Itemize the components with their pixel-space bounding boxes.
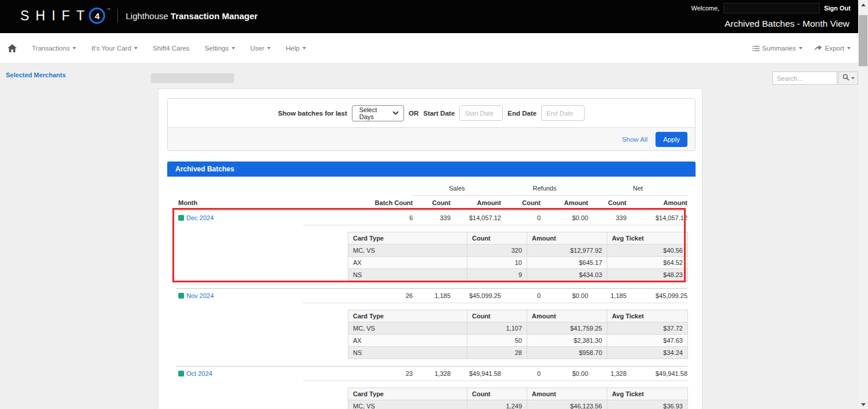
card-type-row: MC, VS 1,249 $46,123.56 $36.93 [348,400,688,409]
month-row-dec-2024: Dec 2024 6 339 $14,057.12 0 $0.00 339 $1… [176,211,687,225]
net-amount-value: $49,941.58 [626,367,687,381]
end-date-label: End Date [507,110,536,117]
column-header-row: Month Batch Count Count Amount Count Amo… [176,196,687,211]
search-input[interactable] [772,71,837,85]
col-refunds-amount: Amount [541,196,588,211]
home-icon[interactable] [8,44,17,52]
topbar: SHIFT 4 ™ Lighthouse Transaction Manager… [0,0,868,33]
or-label: OR [409,110,419,117]
apply-button[interactable]: Apply [655,132,687,147]
vertical-scrollbar[interactable] [858,0,868,409]
col-net-count: Count [588,196,626,211]
sales-count-value: 1,328 [413,367,451,381]
export-arrow-icon [814,45,822,52]
redacted-username [723,3,820,13]
month-link[interactable]: Dec 2024 [186,214,214,221]
month-link[interactable]: Nov 2024 [186,292,214,299]
batches-table-wrap: Sales Refunds Net Month Batch Count Coun… [167,177,696,409]
product-name-light: Lighthouse [125,11,168,21]
card-type-row: AX 10 $645.17 $64.52 [348,257,688,269]
month-row-oct-2024: Oct 2024 23 1,328 $49,941.58 0 $0.00 1,3… [176,367,687,381]
group-header-net: Net [588,177,687,196]
net-count-value: 1,185 [588,289,626,303]
nav-item-settings[interactable]: Settings [204,45,235,52]
col-net-amount: Amount [626,196,687,211]
sign-out-link[interactable]: Sign Out [824,5,851,12]
col-refunds-count: Count [501,196,541,211]
logo-circle-4-icon: 4 [89,8,105,24]
card-type-subrow: Card TypeCount AmountAvg Ticket MC, VS 1… [176,303,687,367]
start-date-label: Start Date [423,110,455,117]
main-panel: Show batches for last Select Days OR Sta… [158,88,703,409]
net-amount-value: $45,099.25 [626,289,687,303]
chevron-down-icon [799,47,802,49]
nav-item-help[interactable]: Help [286,45,306,52]
nav-item-user[interactable]: User [250,45,271,52]
net-count-value: 339 [588,211,626,225]
search-group [772,71,858,85]
card-type-subrow: Card TypeCount AmountAvg Ticket MC, VS 1… [176,381,687,409]
show-batches-label: Show batches for last [278,110,347,117]
chevron-down-icon [232,47,235,49]
search-button[interactable] [838,71,858,85]
scroll-up-arrow[interactable] [858,0,868,9]
sales-amount-value: $49,941.58 [451,367,501,381]
batches-table: Sales Refunds Net Month Batch Count Coun… [176,177,687,409]
product-name-bold: Transaction Manager [171,11,258,21]
card-type-table: Card TypeCount AmountAvg Ticket MC, VS 1… [348,388,688,409]
redacted-merchant-name [151,73,234,83]
refunds-amount-value: $0.00 [541,289,588,303]
card-type-row: NS 28 $958.70 $34.24 [348,347,688,359]
chevron-down-icon [851,77,855,79]
col-batch-count: Batch Count [303,196,413,211]
batch-status-icon [178,215,184,221]
chevron-down-icon [73,47,76,49]
export-menu[interactable]: Export [814,45,851,52]
month-row-nov-2024: Nov 2024 26 1,185 $45,099.25 0 $0.00 1,1… [176,289,687,303]
panel-title: Archived Batches [167,162,696,177]
sales-amount-value: $14,057.12 [451,211,501,225]
net-amount-value: $14,057.12 [626,211,687,225]
logo-divider [117,9,118,23]
nav-item-its-your-card[interactable]: It's Your Card [91,45,138,52]
month-link[interactable]: Oct 2024 [186,370,213,377]
group-header-sales: Sales [413,177,501,196]
card-type-row: MC, VS 1,107 $41,759.25 $37.72 [348,322,688,335]
nav-item-transactions[interactable]: Transactions [32,45,76,52]
list-icon [752,45,759,52]
selected-merchants-link[interactable]: Selected Merchants [6,71,66,78]
logo-text: SHIFT [20,8,91,24]
filter-row: Show batches for last Select Days OR Sta… [168,99,695,127]
card-type-table: Card TypeCount AmountAvg Ticket MC, VS 1… [348,310,688,359]
main-navbar: Transactions It's Your Card Shift4 Cares… [0,33,868,64]
summaries-menu[interactable]: Summaries [752,45,802,52]
refunds-count-value: 0 [501,211,541,225]
select-days-dropdown[interactable]: Select Days [352,105,404,121]
nav-item-shift4-cares[interactable]: Shift4 Cares [153,45,189,52]
group-header-refunds: Refunds [501,177,588,196]
sales-count-value: 339 [413,211,451,225]
scrollbar-thumb[interactable] [859,15,867,66]
shift4-logo[interactable]: SHIFT 4 ™ Lighthouse Transaction Manager [20,8,258,24]
batch-count-value: 6 [303,211,413,225]
scroll-down-arrow[interactable] [858,400,868,409]
show-all-link[interactable]: Show All [622,136,647,143]
col-sales-count: Count [413,196,451,211]
sales-amount-value: $45,099.25 [451,289,501,303]
logo-trademark: ™ [106,8,110,12]
refunds-amount-value: $0.00 [541,211,588,225]
card-type-subrow: Card TypeCount AmountAvg Ticket MC, VS 3… [176,225,687,289]
chevron-down-icon [392,111,399,115]
welcome-row: Welcome, Sign Out [691,3,851,13]
start-date-input[interactable] [459,105,503,121]
chevron-down-icon [302,47,306,49]
refunds-count-value: 0 [501,289,541,303]
chevron-down-icon [267,47,271,49]
refunds-amount-value: $0.00 [541,367,588,381]
col-month: Month [176,196,303,211]
batch-count-value: 23 [303,367,413,381]
batch-status-icon [178,293,184,299]
page-root: SHIFT 4 ™ Lighthouse Transaction Manager… [0,0,868,409]
welcome-label: Welcome, [691,5,719,12]
end-date-input[interactable] [541,105,585,121]
